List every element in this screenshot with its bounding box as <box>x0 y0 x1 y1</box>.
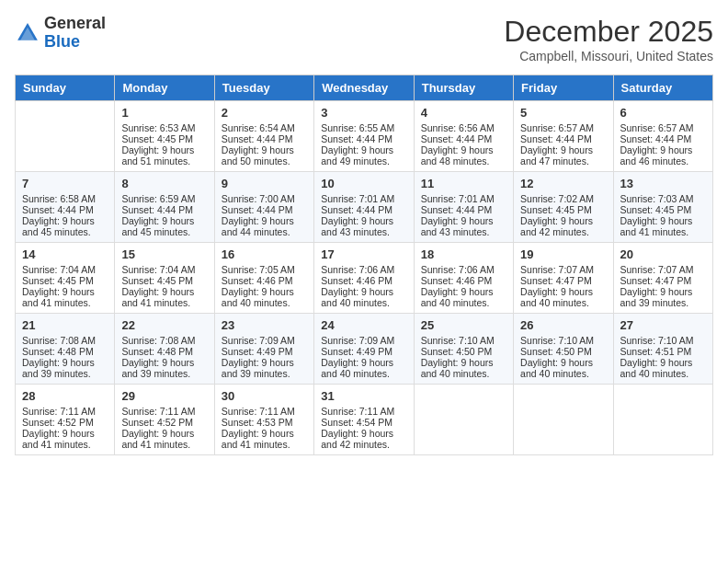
sunrise-text: Sunrise: 6:57 AM <box>520 122 606 133</box>
daylight-text: Daylight: 9 hours and 41 minutes. <box>121 428 207 450</box>
daylight-text: Daylight: 9 hours and 46 minutes. <box>620 144 706 167</box>
calendar-cell: 5Sunrise: 6:57 AMSunset: 4:44 PMDaylight… <box>514 101 613 172</box>
daylight-text: Daylight: 9 hours and 43 minutes. <box>421 215 506 237</box>
sunset-text: Sunset: 4:49 PM <box>321 346 406 357</box>
sunset-text: Sunset: 4:54 PM <box>321 417 406 428</box>
day-number: 25 <box>421 318 506 332</box>
sunset-text: Sunset: 4:47 PM <box>520 275 606 286</box>
day-number: 26 <box>520 318 606 332</box>
calendar-table: SundayMondayTuesdayWednesdayThursdayFrid… <box>15 75 713 455</box>
sunrise-text: Sunrise: 7:11 AM <box>22 406 108 417</box>
day-number: 30 <box>222 389 307 403</box>
sunset-text: Sunset: 4:45 PM <box>620 204 706 215</box>
daylight-text: Daylight: 9 hours and 43 minutes. <box>321 215 406 237</box>
sunrise-text: Sunrise: 7:06 AM <box>421 264 506 275</box>
daylight-text: Daylight: 9 hours and 48 minutes. <box>421 144 506 167</box>
sunrise-text: Sunrise: 7:08 AM <box>22 335 108 346</box>
calendar-cell: 29Sunrise: 7:11 AMSunset: 4:52 PMDayligh… <box>115 385 214 455</box>
day-number: 18 <box>421 247 506 261</box>
day-number: 15 <box>121 247 207 261</box>
sunrise-text: Sunrise: 6:55 AM <box>321 122 406 133</box>
sunset-text: Sunset: 4:46 PM <box>222 275 307 286</box>
sunrise-text: Sunrise: 6:58 AM <box>22 193 108 204</box>
sunrise-text: Sunrise: 7:09 AM <box>222 335 307 346</box>
day-number: 5 <box>520 106 606 120</box>
calendar-week-row: 21Sunrise: 7:08 AMSunset: 4:48 PMDayligh… <box>16 314 713 385</box>
weekday-header-row: SundayMondayTuesdayWednesdayThursdayFrid… <box>16 75 713 101</box>
calendar-cell: 7Sunrise: 6:58 AMSunset: 4:44 PMDaylight… <box>16 172 115 243</box>
sunset-text: Sunset: 4:44 PM <box>22 204 108 215</box>
sunrise-text: Sunrise: 7:08 AM <box>121 335 207 346</box>
day-number: 14 <box>22 247 108 261</box>
sunset-text: Sunset: 4:50 PM <box>421 346 506 357</box>
calendar-cell: 30Sunrise: 7:11 AMSunset: 4:53 PMDayligh… <box>214 385 313 455</box>
daylight-text: Daylight: 9 hours and 39 minutes. <box>620 286 706 308</box>
sunrise-text: Sunrise: 7:07 AM <box>620 264 706 275</box>
calendar-cell: 22Sunrise: 7:08 AMSunset: 4:48 PMDayligh… <box>115 314 214 385</box>
sunset-text: Sunset: 4:48 PM <box>22 346 108 357</box>
daylight-text: Daylight: 9 hours and 49 minutes. <box>321 144 406 167</box>
daylight-text: Daylight: 9 hours and 45 minutes. <box>22 215 108 237</box>
daylight-text: Daylight: 9 hours and 41 minutes. <box>121 286 207 308</box>
day-number: 6 <box>620 106 706 120</box>
day-number: 4 <box>421 106 506 120</box>
daylight-text: Daylight: 9 hours and 40 minutes. <box>620 357 706 379</box>
daylight-text: Daylight: 9 hours and 40 minutes. <box>520 357 606 379</box>
sunset-text: Sunset: 4:44 PM <box>620 133 706 144</box>
weekday-header-tuesday: Tuesday <box>214 75 313 101</box>
sunrise-text: Sunrise: 6:59 AM <box>121 193 207 204</box>
sunset-text: Sunset: 4:44 PM <box>421 133 506 144</box>
daylight-text: Daylight: 9 hours and 40 minutes. <box>321 357 406 379</box>
weekday-header-friday: Friday <box>514 75 613 101</box>
sunrise-text: Sunrise: 7:07 AM <box>520 264 606 275</box>
logo-general: General <box>44 14 106 32</box>
sunrise-text: Sunrise: 7:11 AM <box>222 406 307 417</box>
day-number: 3 <box>321 106 406 120</box>
day-number: 27 <box>620 318 706 332</box>
day-number: 21 <box>22 318 108 332</box>
sunrise-text: Sunrise: 6:53 AM <box>121 122 207 133</box>
daylight-text: Daylight: 9 hours and 41 minutes. <box>222 428 307 450</box>
daylight-text: Daylight: 9 hours and 45 minutes. <box>121 215 207 237</box>
logo: General Blue <box>15 15 106 52</box>
location: Campbell, Missouri, United States <box>504 49 713 63</box>
sunrise-text: Sunrise: 7:11 AM <box>321 406 406 417</box>
sunrise-text: Sunrise: 7:01 AM <box>421 193 506 204</box>
day-number: 22 <box>121 318 207 332</box>
daylight-text: Daylight: 9 hours and 40 minutes. <box>222 286 307 308</box>
logo-text: General Blue <box>44 15 106 52</box>
title-block: December 2025 Campbell, Missouri, United… <box>504 15 713 63</box>
calendar-week-row: 14Sunrise: 7:04 AMSunset: 4:45 PMDayligh… <box>16 243 713 314</box>
sunrise-text: Sunrise: 7:03 AM <box>620 193 706 204</box>
day-number: 2 <box>222 106 307 120</box>
daylight-text: Daylight: 9 hours and 41 minutes. <box>22 428 108 450</box>
day-number: 11 <box>421 177 506 190</box>
day-number: 23 <box>222 318 307 332</box>
calendar-cell: 2Sunrise: 6:54 AMSunset: 4:44 PMDaylight… <box>214 101 313 172</box>
generalblue-logo-icon <box>15 20 40 46</box>
sunrise-text: Sunrise: 7:04 AM <box>121 264 207 275</box>
sunrise-text: Sunrise: 7:02 AM <box>520 193 606 204</box>
sunset-text: Sunset: 4:45 PM <box>22 275 108 286</box>
calendar-cell <box>414 385 513 455</box>
calendar-cell: 28Sunrise: 7:11 AMSunset: 4:52 PMDayligh… <box>16 385 115 455</box>
sunset-text: Sunset: 4:44 PM <box>421 204 506 215</box>
calendar-cell: 17Sunrise: 7:06 AMSunset: 4:46 PMDayligh… <box>314 243 414 314</box>
day-number: 31 <box>321 389 406 403</box>
weekday-header-saturday: Saturday <box>613 75 712 101</box>
logo-blue: Blue <box>44 32 80 51</box>
daylight-text: Daylight: 9 hours and 42 minutes. <box>321 428 406 450</box>
sunrise-text: Sunrise: 6:56 AM <box>421 122 506 133</box>
calendar-cell: 10Sunrise: 7:01 AMSunset: 4:44 PMDayligh… <box>314 172 414 243</box>
calendar-week-row: 28Sunrise: 7:11 AMSunset: 4:52 PMDayligh… <box>16 385 713 455</box>
sunset-text: Sunset: 4:44 PM <box>321 204 406 215</box>
sunrise-text: Sunrise: 7:10 AM <box>620 335 706 346</box>
day-number: 19 <box>520 247 606 261</box>
day-number: 24 <box>321 318 406 332</box>
day-number: 12 <box>520 177 606 190</box>
weekday-header-sunday: Sunday <box>16 75 115 101</box>
daylight-text: Daylight: 9 hours and 40 minutes. <box>321 286 406 308</box>
calendar-cell: 26Sunrise: 7:10 AMSunset: 4:50 PMDayligh… <box>514 314 613 385</box>
calendar-cell: 9Sunrise: 7:00 AMSunset: 4:44 PMDaylight… <box>214 172 313 243</box>
sunset-text: Sunset: 4:53 PM <box>222 417 307 428</box>
